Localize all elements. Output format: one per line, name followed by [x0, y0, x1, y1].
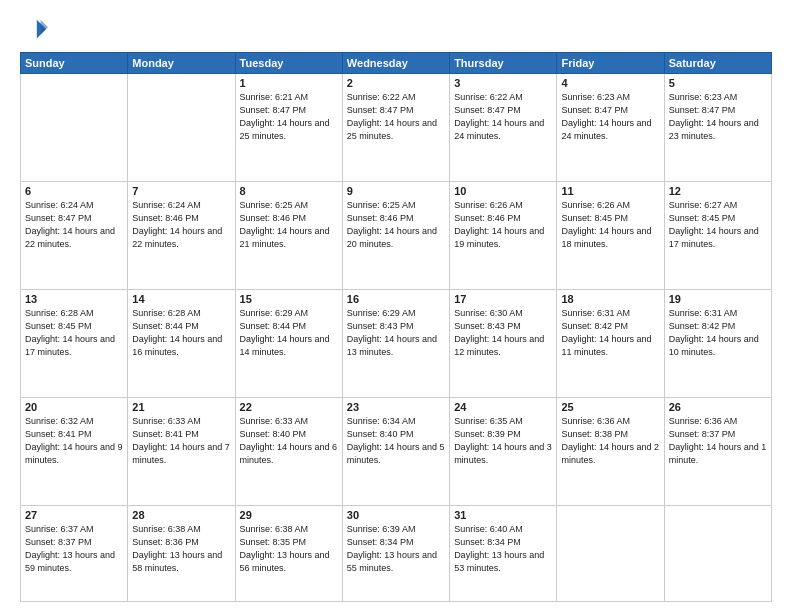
cell-content: Sunrise: 6:30 AM Sunset: 8:43 PM Dayligh…: [454, 307, 552, 359]
calendar-cell: 3Sunrise: 6:22 AM Sunset: 8:47 PM Daylig…: [450, 74, 557, 182]
calendar-cell: 16Sunrise: 6:29 AM Sunset: 8:43 PM Dayli…: [342, 290, 449, 398]
calendar-cell: 24Sunrise: 6:35 AM Sunset: 8:39 PM Dayli…: [450, 398, 557, 506]
cell-content: Sunrise: 6:32 AM Sunset: 8:41 PM Dayligh…: [25, 415, 123, 467]
day-number: 19: [669, 293, 767, 305]
day-number: 8: [240, 185, 338, 197]
calendar: SundayMondayTuesdayWednesdayThursdayFrid…: [20, 52, 772, 602]
day-number: 26: [669, 401, 767, 413]
day-number: 28: [132, 509, 230, 521]
calendar-cell: 19Sunrise: 6:31 AM Sunset: 8:42 PM Dayli…: [664, 290, 771, 398]
calendar-cell: 25Sunrise: 6:36 AM Sunset: 8:38 PM Dayli…: [557, 398, 664, 506]
logo: [20, 16, 52, 44]
day-number: 6: [25, 185, 123, 197]
calendar-cell: 27Sunrise: 6:37 AM Sunset: 8:37 PM Dayli…: [21, 506, 128, 602]
day-number: 1: [240, 77, 338, 89]
day-header-sunday: Sunday: [21, 53, 128, 74]
cell-content: Sunrise: 6:37 AM Sunset: 8:37 PM Dayligh…: [25, 523, 123, 575]
calendar-cell: [21, 74, 128, 182]
calendar-cell: 15Sunrise: 6:29 AM Sunset: 8:44 PM Dayli…: [235, 290, 342, 398]
logo-icon: [20, 16, 48, 44]
cell-content: Sunrise: 6:36 AM Sunset: 8:37 PM Dayligh…: [669, 415, 767, 467]
calendar-cell: 12Sunrise: 6:27 AM Sunset: 8:45 PM Dayli…: [664, 182, 771, 290]
day-number: 13: [25, 293, 123, 305]
calendar-cell: [664, 506, 771, 602]
calendar-cell: 17Sunrise: 6:30 AM Sunset: 8:43 PM Dayli…: [450, 290, 557, 398]
cell-content: Sunrise: 6:38 AM Sunset: 8:35 PM Dayligh…: [240, 523, 338, 575]
calendar-cell: 2Sunrise: 6:22 AM Sunset: 8:47 PM Daylig…: [342, 74, 449, 182]
day-number: 7: [132, 185, 230, 197]
day-header-monday: Monday: [128, 53, 235, 74]
day-number: 27: [25, 509, 123, 521]
day-number: 2: [347, 77, 445, 89]
header-row: SundayMondayTuesdayWednesdayThursdayFrid…: [21, 53, 772, 74]
cell-content: Sunrise: 6:28 AM Sunset: 8:44 PM Dayligh…: [132, 307, 230, 359]
cell-content: Sunrise: 6:38 AM Sunset: 8:36 PM Dayligh…: [132, 523, 230, 575]
cell-content: Sunrise: 6:25 AM Sunset: 8:46 PM Dayligh…: [347, 199, 445, 251]
day-header-saturday: Saturday: [664, 53, 771, 74]
day-number: 30: [347, 509, 445, 521]
day-header-thursday: Thursday: [450, 53, 557, 74]
day-number: 9: [347, 185, 445, 197]
day-number: 25: [561, 401, 659, 413]
calendar-row: 27Sunrise: 6:37 AM Sunset: 8:37 PM Dayli…: [21, 506, 772, 602]
calendar-cell: 7Sunrise: 6:24 AM Sunset: 8:46 PM Daylig…: [128, 182, 235, 290]
day-number: 29: [240, 509, 338, 521]
calendar-cell: 10Sunrise: 6:26 AM Sunset: 8:46 PM Dayli…: [450, 182, 557, 290]
calendar-cell: 8Sunrise: 6:25 AM Sunset: 8:46 PM Daylig…: [235, 182, 342, 290]
calendar-cell: 11Sunrise: 6:26 AM Sunset: 8:45 PM Dayli…: [557, 182, 664, 290]
day-number: 22: [240, 401, 338, 413]
day-number: 12: [669, 185, 767, 197]
calendar-cell: 20Sunrise: 6:32 AM Sunset: 8:41 PM Dayli…: [21, 398, 128, 506]
day-number: 20: [25, 401, 123, 413]
day-header-tuesday: Tuesday: [235, 53, 342, 74]
cell-content: Sunrise: 6:22 AM Sunset: 8:47 PM Dayligh…: [454, 91, 552, 143]
day-number: 10: [454, 185, 552, 197]
day-header-friday: Friday: [557, 53, 664, 74]
calendar-cell: 4Sunrise: 6:23 AM Sunset: 8:47 PM Daylig…: [557, 74, 664, 182]
cell-content: Sunrise: 6:23 AM Sunset: 8:47 PM Dayligh…: [669, 91, 767, 143]
calendar-cell: 30Sunrise: 6:39 AM Sunset: 8:34 PM Dayli…: [342, 506, 449, 602]
calendar-cell: 28Sunrise: 6:38 AM Sunset: 8:36 PM Dayli…: [128, 506, 235, 602]
cell-content: Sunrise: 6:27 AM Sunset: 8:45 PM Dayligh…: [669, 199, 767, 251]
cell-content: Sunrise: 6:39 AM Sunset: 8:34 PM Dayligh…: [347, 523, 445, 575]
day-number: 11: [561, 185, 659, 197]
calendar-cell: 13Sunrise: 6:28 AM Sunset: 8:45 PM Dayli…: [21, 290, 128, 398]
day-number: 3: [454, 77, 552, 89]
calendar-cell: 14Sunrise: 6:28 AM Sunset: 8:44 PM Dayli…: [128, 290, 235, 398]
day-number: 17: [454, 293, 552, 305]
cell-content: Sunrise: 6:33 AM Sunset: 8:40 PM Dayligh…: [240, 415, 338, 467]
calendar-cell: 29Sunrise: 6:38 AM Sunset: 8:35 PM Dayli…: [235, 506, 342, 602]
cell-content: Sunrise: 6:29 AM Sunset: 8:43 PM Dayligh…: [347, 307, 445, 359]
calendar-cell: 23Sunrise: 6:34 AM Sunset: 8:40 PM Dayli…: [342, 398, 449, 506]
calendar-body: 1Sunrise: 6:21 AM Sunset: 8:47 PM Daylig…: [21, 74, 772, 602]
cell-content: Sunrise: 6:26 AM Sunset: 8:45 PM Dayligh…: [561, 199, 659, 251]
svg-marker-1: [41, 20, 48, 35]
calendar-cell: 31Sunrise: 6:40 AM Sunset: 8:34 PM Dayli…: [450, 506, 557, 602]
calendar-cell: 26Sunrise: 6:36 AM Sunset: 8:37 PM Dayli…: [664, 398, 771, 506]
calendar-header: SundayMondayTuesdayWednesdayThursdayFrid…: [21, 53, 772, 74]
day-number: 21: [132, 401, 230, 413]
cell-content: Sunrise: 6:24 AM Sunset: 8:47 PM Dayligh…: [25, 199, 123, 251]
cell-content: Sunrise: 6:31 AM Sunset: 8:42 PM Dayligh…: [561, 307, 659, 359]
calendar-cell: 21Sunrise: 6:33 AM Sunset: 8:41 PM Dayli…: [128, 398, 235, 506]
day-number: 16: [347, 293, 445, 305]
day-number: 14: [132, 293, 230, 305]
calendar-cell: [557, 506, 664, 602]
cell-content: Sunrise: 6:28 AM Sunset: 8:45 PM Dayligh…: [25, 307, 123, 359]
calendar-cell: 1Sunrise: 6:21 AM Sunset: 8:47 PM Daylig…: [235, 74, 342, 182]
calendar-cell: 6Sunrise: 6:24 AM Sunset: 8:47 PM Daylig…: [21, 182, 128, 290]
cell-content: Sunrise: 6:36 AM Sunset: 8:38 PM Dayligh…: [561, 415, 659, 467]
day-number: 4: [561, 77, 659, 89]
day-number: 24: [454, 401, 552, 413]
day-number: 31: [454, 509, 552, 521]
calendar-cell: 5Sunrise: 6:23 AM Sunset: 8:47 PM Daylig…: [664, 74, 771, 182]
calendar-row: 13Sunrise: 6:28 AM Sunset: 8:45 PM Dayli…: [21, 290, 772, 398]
cell-content: Sunrise: 6:25 AM Sunset: 8:46 PM Dayligh…: [240, 199, 338, 251]
cell-content: Sunrise: 6:22 AM Sunset: 8:47 PM Dayligh…: [347, 91, 445, 143]
day-number: 18: [561, 293, 659, 305]
calendar-row: 20Sunrise: 6:32 AM Sunset: 8:41 PM Dayli…: [21, 398, 772, 506]
cell-content: Sunrise: 6:24 AM Sunset: 8:46 PM Dayligh…: [132, 199, 230, 251]
page: SundayMondayTuesdayWednesdayThursdayFrid…: [0, 0, 792, 612]
calendar-cell: [128, 74, 235, 182]
day-number: 23: [347, 401, 445, 413]
